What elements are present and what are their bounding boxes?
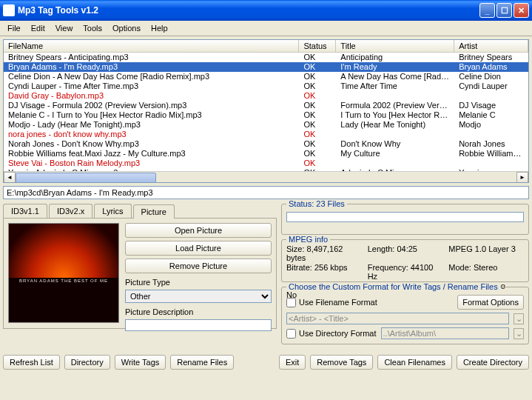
- exit-button[interactable]: Exit: [279, 355, 306, 370]
- listview-header[interactable]: FileName Status Title Artist: [4, 40, 528, 53]
- table-row[interactable]: Steve Vai - Boston Rain Melody.mp3OK: [4, 159, 528, 168]
- picture-desc-label: Picture Description: [125, 307, 272, 316]
- picture-tab-body: BRYAN ADAMS THE BEST OF ME Open Picture …: [3, 218, 277, 329]
- format-options-button[interactable]: Format Options: [457, 295, 524, 310]
- col-title[interactable]: Title: [336, 40, 454, 52]
- horizontal-scrollbar[interactable]: ◄ ►: [4, 171, 528, 183]
- app-icon: [3, 4, 15, 16]
- menu-tools[interactable]: Tools: [78, 22, 107, 34]
- tab-picture[interactable]: Picture: [133, 204, 175, 219]
- table-row[interactable]: DJ Visage - Formula 2002 (Preview Versio…: [4, 101, 528, 110]
- rename-files-button[interactable]: Rename Files: [170, 355, 234, 370]
- use-directory-checkbox[interactable]: Use Directory Format: [286, 329, 377, 339]
- tabs: ID3v1.1ID3v2.xLyricsPicture: [3, 204, 277, 218]
- bottom-toolbar: Refresh List Directory Write Tags Rename…: [0, 352, 532, 373]
- filename-format-input: [286, 313, 509, 324]
- picture-desc-input[interactable]: [125, 319, 272, 331]
- directory-button[interactable]: Directory: [64, 355, 110, 370]
- mpeg-size: Size: 8,497,162 bytes: [286, 244, 362, 262]
- menu-help[interactable]: Help: [147, 22, 172, 34]
- table-row[interactable]: David Gray - Babylon.mp3OK: [4, 91, 528, 101]
- chevron-down-icon[interactable]: ⌄: [514, 313, 524, 324]
- col-artist[interactable]: Artist: [454, 40, 528, 52]
- picture-type-select[interactable]: Other: [125, 290, 272, 303]
- mpeg-mode: Mode: Stereo: [448, 263, 524, 281]
- window-title: Mp3 Tag Tools v1.2: [18, 5, 479, 16]
- scroll-right-icon[interactable]: ►: [516, 172, 528, 184]
- menu-view[interactable]: View: [51, 22, 78, 34]
- remove-tags-button[interactable]: Remove Tags: [310, 355, 373, 370]
- scroll-left-icon[interactable]: ◄: [4, 172, 16, 184]
- tab-lyrics[interactable]: Lyrics: [94, 204, 131, 218]
- refresh-list-button[interactable]: Refresh List: [3, 355, 60, 370]
- tab-id3v11[interactable]: ID3v1.1: [3, 204, 47, 218]
- use-filename-checkbox[interactable]: Use Filename Format: [286, 298, 377, 307]
- table-row[interactable]: Modjo - Lady (Hear Me Tonight).mp3OKLady…: [4, 120, 528, 130]
- menu-edit[interactable]: Edit: [27, 22, 50, 34]
- chevron-down-icon[interactable]: ⌄: [514, 328, 524, 339]
- clean-filenames-button[interactable]: Clean Filenames: [377, 355, 452, 370]
- mpeg-bitrate: Bitrate: 256 kbps: [286, 263, 362, 281]
- titlebar: Mp3 Tag Tools v1.2 _ ☐ ✕: [0, 0, 532, 21]
- create-directory-button[interactable]: Create Directory: [457, 355, 529, 370]
- col-status[interactable]: Status: [299, 40, 336, 52]
- load-picture-button[interactable]: Load Picture: [125, 241, 272, 256]
- file-listview[interactable]: FileName Status Title Artist Britney Spe…: [3, 39, 529, 183]
- maximize-button[interactable]: ☐: [496, 3, 512, 18]
- table-row[interactable]: Yanni - Adagio In C Minor.mp3OKAdagio In…: [4, 168, 528, 171]
- table-row[interactable]: Cyndi Lauper - Time After Time.mp3OKTime…: [4, 81, 528, 91]
- open-picture-button[interactable]: Open Picture: [125, 223, 272, 238]
- menu-options[interactable]: Options: [108, 22, 145, 34]
- table-row[interactable]: Celine Dion - A New Day Has Come [Radio …: [4, 72, 528, 81]
- menubar: FileEditViewToolsOptionsHelp: [0, 21, 532, 36]
- close-button[interactable]: ✕: [514, 3, 529, 18]
- scroll-thumb[interactable]: [16, 173, 156, 183]
- col-filename[interactable]: FileName: [4, 40, 299, 52]
- table-row[interactable]: Robbie Williams feat.Maxi Jazz - My Cult…: [4, 149, 528, 159]
- minimize-button[interactable]: _: [479, 3, 495, 18]
- mpeg-freq: Frequency: 44100 Hz: [368, 263, 443, 281]
- mpeg-layer: MPEG 1.0 Layer 3: [448, 244, 524, 262]
- tab-id3v2x[interactable]: ID3v2.x: [49, 204, 92, 218]
- menu-file[interactable]: File: [3, 22, 25, 34]
- status-label: Status: 23 Files: [286, 199, 347, 208]
- table-row[interactable]: nora jones - don't know why.mp3OK: [4, 130, 528, 139]
- album-art: BRYAN ADAMS THE BEST OF ME: [8, 223, 119, 323]
- table-row[interactable]: Britney Spears - Anticipating.mp3OKAntic…: [4, 53, 528, 62]
- status-progress: [286, 212, 524, 222]
- table-row[interactable]: Bryan Adams - I'm Ready.mp3OKI'm ReadyBr…: [4, 62, 528, 72]
- remove-picture-button[interactable]: Remove Picture: [125, 259, 272, 273]
- table-row[interactable]: Melanie C - I Turn to You [Hex Hector Ra…: [4, 110, 528, 120]
- table-row[interactable]: Norah Jones - Don't Know Why.mp3OKDon't …: [4, 139, 528, 149]
- directory-format-input: [381, 327, 509, 339]
- mpeg-length: Length: 04:25: [368, 244, 443, 262]
- write-tags-button[interactable]: Write Tags: [115, 355, 166, 370]
- picture-type-label: Picture Type: [125, 278, 272, 287]
- file-path: E:\mp3cd\Bryan Adams - I'm Ready.mp3: [3, 186, 529, 199]
- mpeg-title: MPEG info: [286, 235, 330, 244]
- format-title: Choose the Custom Format for Write Tags …: [286, 282, 500, 291]
